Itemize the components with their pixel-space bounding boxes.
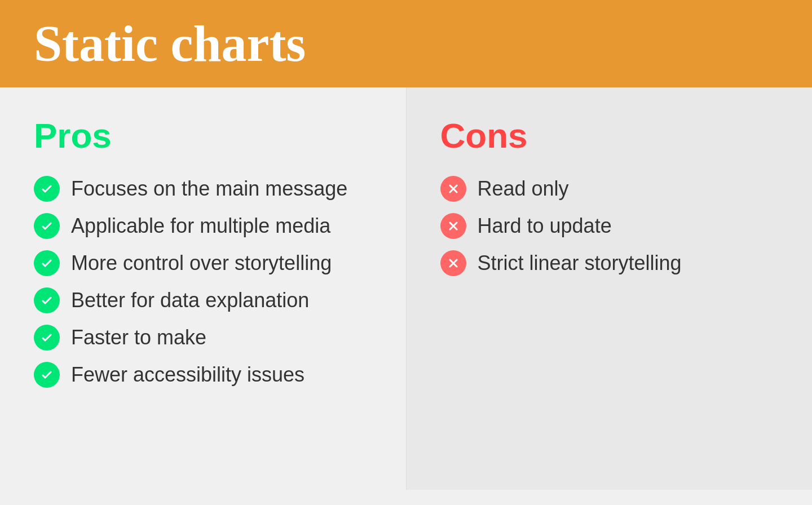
content-area: Pros Focuses on the main message Applica…	[0, 87, 812, 490]
pros-section: Pros Focuses on the main message Applica…	[0, 87, 407, 490]
cons-item-text: Hard to update	[478, 214, 612, 238]
pros-item-text: More control over storytelling	[71, 251, 332, 275]
pros-item-text: Better for data explanation	[71, 289, 309, 312]
pro-check-icon	[34, 176, 60, 202]
pros-item-text: Faster to make	[71, 326, 206, 349]
pros-list-item: Focuses on the main message	[34, 176, 372, 202]
cons-title: Cons	[440, 116, 779, 156]
cons-section: Cons Read only Hard to update Str	[407, 87, 813, 490]
pros-item-text: Focuses on the main message	[71, 177, 347, 201]
pro-check-icon	[34, 250, 60, 276]
pros-title: Pros	[34, 116, 372, 156]
pro-check-icon	[34, 287, 60, 313]
pros-list-item: Fewer accessibility issues	[34, 362, 372, 388]
pro-check-icon	[34, 362, 60, 388]
pros-list-item: Better for data explanation	[34, 287, 372, 313]
cons-list-item: Hard to update	[440, 213, 779, 239]
pros-item-text: Applicable for multiple media	[71, 214, 330, 238]
header-banner: Static charts	[0, 0, 812, 87]
pros-list-item: Applicable for multiple media	[34, 213, 372, 239]
cons-list-item: Strict linear storytelling	[440, 250, 779, 276]
con-x-icon	[440, 250, 466, 276]
pros-list-item: More control over storytelling	[34, 250, 372, 276]
cons-item-text: Read only	[478, 177, 569, 201]
pros-item-text: Fewer accessibility issues	[71, 363, 304, 387]
pro-check-icon	[34, 213, 60, 239]
pro-check-icon	[34, 325, 60, 351]
cons-list: Read only Hard to update Strict linear s…	[440, 176, 779, 276]
cons-item-text: Strict linear storytelling	[478, 251, 682, 275]
pros-list-item: Faster to make	[34, 325, 372, 351]
con-x-icon	[440, 213, 466, 239]
con-x-icon	[440, 176, 466, 202]
page-title: Static charts	[34, 16, 778, 72]
pros-list: Focuses on the main message Applicable f…	[34, 176, 372, 388]
cons-list-item: Read only	[440, 176, 779, 202]
